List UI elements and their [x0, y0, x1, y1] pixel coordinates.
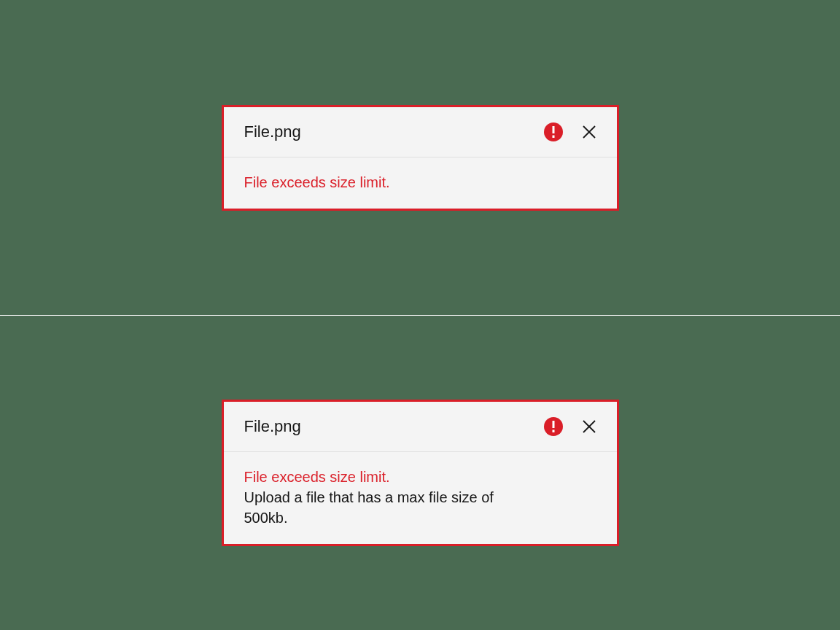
svg-rect-0	[552, 126, 554, 133]
error-subject: File exceeds size limit.	[244, 467, 596, 487]
svg-rect-1	[552, 135, 554, 138]
error-detail: Upload a file that has a max file size o…	[244, 487, 521, 528]
file-error-card: File.png File exceeds size limit.	[222, 105, 619, 211]
close-button[interactable]	[578, 415, 601, 438]
example-section-1: File.png File exceeds size limit.	[0, 0, 840, 315]
card-header: File.png	[224, 402, 617, 452]
card-body: File exceeds size limit.	[224, 158, 617, 209]
svg-rect-5	[552, 429, 554, 432]
warning-filled-icon	[544, 122, 563, 141]
example-section-2: File.png File exceeds size limit. Upload…	[0, 315, 840, 630]
error-subject: File exceeds size limit.	[244, 172, 596, 192]
file-error-card: File.png File exceeds size limit. Upload…	[222, 400, 619, 546]
close-icon	[583, 125, 596, 139]
section-divider	[0, 315, 840, 316]
card-body: File exceeds size limit. Upload a file t…	[224, 452, 617, 544]
file-name: File.png	[244, 122, 544, 141]
warning-filled-icon	[544, 417, 563, 436]
card-header: File.png	[224, 107, 617, 158]
svg-rect-4	[552, 421, 554, 428]
file-name: File.png	[244, 417, 544, 436]
close-icon	[583, 420, 596, 433]
close-button[interactable]	[578, 120, 601, 144]
